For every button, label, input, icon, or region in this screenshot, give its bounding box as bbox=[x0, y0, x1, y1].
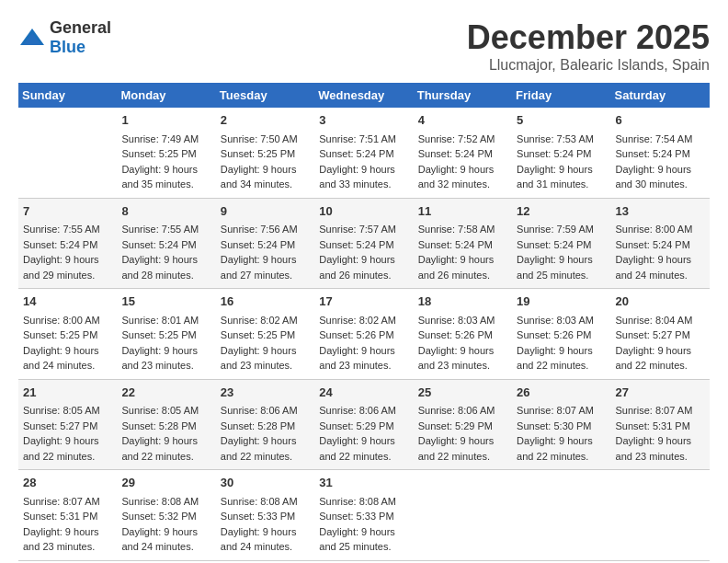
calendar-cell: 23Sunrise: 8:06 AMSunset: 5:28 PMDayligh… bbox=[216, 379, 314, 470]
sunset-text: Sunset: 5:25 PM bbox=[121, 148, 196, 159]
day-number: 15 bbox=[121, 293, 210, 311]
calendar-cell: 29Sunrise: 8:08 AMSunset: 5:32 PMDayligh… bbox=[117, 470, 215, 561]
daylight-text: Daylight: 9 hours and 23 minutes. bbox=[616, 435, 692, 462]
daylight-text: Daylight: 9 hours and 25 minutes. bbox=[319, 526, 395, 553]
sunset-text: Sunset: 5:31 PM bbox=[616, 420, 690, 431]
calendar-week-row: 14Sunrise: 8:00 AMSunset: 5:25 PMDayligh… bbox=[18, 289, 710, 380]
calendar-cell: 19Sunrise: 8:03 AMSunset: 5:26 PMDayligh… bbox=[512, 289, 610, 380]
day-number: 10 bbox=[319, 202, 408, 221]
sunset-text: Sunset: 5:27 PM bbox=[616, 329, 690, 340]
sunrise-text: Sunrise: 8:08 AM bbox=[319, 496, 396, 507]
calendar-cell: 2Sunrise: 7:50 AMSunset: 5:25 PMDaylight… bbox=[216, 108, 314, 198]
calendar-week-row: 1Sunrise: 7:49 AMSunset: 5:25 PMDaylight… bbox=[18, 108, 710, 198]
sunrise-text: Sunrise: 7:59 AM bbox=[517, 224, 594, 235]
weekday-header: Friday bbox=[512, 83, 610, 108]
sunrise-text: Sunrise: 8:05 AM bbox=[23, 405, 100, 416]
sunrise-text: Sunrise: 7:58 AM bbox=[418, 224, 495, 235]
calendar-cell: 30Sunrise: 8:08 AMSunset: 5:33 PMDayligh… bbox=[216, 470, 314, 561]
calendar-cell: 10Sunrise: 7:57 AMSunset: 5:24 PMDayligh… bbox=[314, 198, 413, 289]
sunset-text: Sunset: 5:29 PM bbox=[418, 420, 493, 431]
calendar-cell: 7Sunrise: 7:55 AMSunset: 5:24 PMDaylight… bbox=[18, 198, 117, 289]
sunrise-text: Sunrise: 8:02 AM bbox=[319, 315, 396, 326]
calendar-cell bbox=[18, 108, 117, 198]
logo-general: General bbox=[50, 18, 111, 37]
sunset-text: Sunset: 5:24 PM bbox=[418, 239, 493, 250]
sunset-text: Sunset: 5:24 PM bbox=[221, 239, 295, 250]
calendar-cell: 14Sunrise: 8:00 AMSunset: 5:25 PMDayligh… bbox=[18, 289, 117, 380]
daylight-text: Daylight: 9 hours and 35 minutes. bbox=[121, 164, 198, 190]
day-number: 2 bbox=[221, 111, 310, 130]
day-number: 28 bbox=[23, 474, 112, 492]
weekday-header: Wednesday bbox=[314, 83, 413, 108]
logo-icon bbox=[18, 27, 46, 49]
daylight-text: Daylight: 9 hours and 23 minutes. bbox=[221, 345, 297, 372]
daylight-text: Daylight: 9 hours and 22 minutes. bbox=[418, 435, 495, 462]
sunrise-text: Sunrise: 8:00 AM bbox=[616, 224, 693, 235]
sunset-text: Sunset: 5:24 PM bbox=[121, 239, 196, 250]
sunrise-text: Sunrise: 7:56 AM bbox=[221, 224, 298, 235]
sunrise-text: Sunrise: 7:57 AM bbox=[319, 224, 396, 235]
calendar-cell bbox=[611, 470, 710, 561]
sunset-text: Sunset: 5:24 PM bbox=[319, 148, 393, 159]
calendar-cell: 13Sunrise: 8:00 AMSunset: 5:24 PMDayligh… bbox=[611, 198, 710, 289]
day-number: 26 bbox=[517, 384, 606, 402]
calendar-cell: 5Sunrise: 7:53 AMSunset: 5:24 PMDaylight… bbox=[512, 108, 610, 198]
daylight-text: Daylight: 9 hours and 22 minutes. bbox=[517, 435, 593, 462]
sunrise-text: Sunrise: 8:06 AM bbox=[319, 405, 396, 416]
calendar-cell: 21Sunrise: 8:05 AMSunset: 5:27 PMDayligh… bbox=[18, 379, 117, 470]
day-number: 13 bbox=[616, 202, 705, 221]
sunrise-text: Sunrise: 8:08 AM bbox=[221, 496, 298, 507]
daylight-text: Daylight: 9 hours and 22 minutes. bbox=[319, 435, 395, 462]
sunrise-text: Sunrise: 8:02 AM bbox=[221, 315, 298, 326]
sunset-text: Sunset: 5:30 PM bbox=[517, 420, 591, 431]
sunrise-text: Sunrise: 8:01 AM bbox=[121, 315, 199, 326]
day-number: 16 bbox=[221, 293, 310, 311]
daylight-text: Daylight: 9 hours and 23 minutes. bbox=[319, 345, 395, 372]
day-number: 12 bbox=[517, 202, 606, 221]
calendar-week-row: 28Sunrise: 8:07 AMSunset: 5:31 PMDayligh… bbox=[18, 470, 710, 561]
logo-blue: Blue bbox=[50, 38, 85, 56]
calendar-cell: 8Sunrise: 7:55 AMSunset: 5:24 PMDaylight… bbox=[117, 198, 215, 289]
sunset-text: Sunset: 5:25 PM bbox=[221, 148, 295, 159]
day-number: 31 bbox=[319, 474, 408, 492]
day-number: 29 bbox=[121, 474, 210, 492]
day-number: 7 bbox=[23, 202, 112, 221]
sunrise-text: Sunrise: 7:55 AM bbox=[23, 224, 100, 235]
daylight-text: Daylight: 9 hours and 22 minutes. bbox=[221, 435, 297, 462]
sunrise-text: Sunrise: 8:06 AM bbox=[418, 405, 495, 416]
daylight-text: Daylight: 9 hours and 23 minutes. bbox=[121, 345, 198, 372]
sunset-text: Sunset: 5:28 PM bbox=[121, 420, 196, 431]
daylight-text: Daylight: 9 hours and 32 minutes. bbox=[418, 164, 495, 190]
weekday-header: Sunday bbox=[18, 83, 117, 108]
sunset-text: Sunset: 5:24 PM bbox=[23, 239, 97, 250]
sunset-text: Sunset: 5:24 PM bbox=[517, 239, 591, 250]
header: General Blue December 2025 Llucmajor, Ba… bbox=[18, 18, 710, 74]
weekday-header: Tuesday bbox=[216, 83, 314, 108]
weekday-header: Thursday bbox=[414, 83, 512, 108]
calendar-cell: 15Sunrise: 8:01 AMSunset: 5:25 PMDayligh… bbox=[117, 289, 215, 380]
sunset-text: Sunset: 5:29 PM bbox=[319, 420, 393, 431]
sunrise-text: Sunrise: 7:52 AM bbox=[418, 133, 495, 144]
weekday-header: Saturday bbox=[611, 83, 710, 108]
sunset-text: Sunset: 5:24 PM bbox=[517, 148, 591, 159]
day-number: 20 bbox=[616, 293, 705, 311]
logo: General Blue bbox=[18, 18, 111, 57]
sunset-text: Sunset: 5:26 PM bbox=[517, 329, 591, 340]
daylight-text: Daylight: 9 hours and 25 minutes. bbox=[517, 254, 593, 281]
day-number: 11 bbox=[418, 202, 507, 221]
sunset-text: Sunset: 5:24 PM bbox=[616, 239, 690, 250]
day-number: 3 bbox=[319, 111, 408, 130]
calendar-cell: 17Sunrise: 8:02 AMSunset: 5:26 PMDayligh… bbox=[314, 289, 413, 380]
calendar-cell: 18Sunrise: 8:03 AMSunset: 5:26 PMDayligh… bbox=[414, 289, 512, 380]
sunset-text: Sunset: 5:31 PM bbox=[23, 511, 97, 522]
day-number: 8 bbox=[121, 202, 210, 221]
sunrise-text: Sunrise: 7:55 AM bbox=[121, 224, 199, 235]
sunrise-text: Sunrise: 7:49 AM bbox=[121, 133, 199, 144]
sunrise-text: Sunrise: 8:07 AM bbox=[616, 405, 693, 416]
daylight-text: Daylight: 9 hours and 31 minutes. bbox=[517, 164, 593, 190]
calendar-cell: 4Sunrise: 7:52 AMSunset: 5:24 PMDaylight… bbox=[414, 108, 512, 198]
daylight-text: Daylight: 9 hours and 22 minutes. bbox=[517, 345, 593, 372]
day-number: 1 bbox=[121, 111, 210, 130]
calendar-cell: 11Sunrise: 7:58 AMSunset: 5:24 PMDayligh… bbox=[414, 198, 512, 289]
daylight-text: Daylight: 9 hours and 24 minutes. bbox=[616, 254, 692, 281]
